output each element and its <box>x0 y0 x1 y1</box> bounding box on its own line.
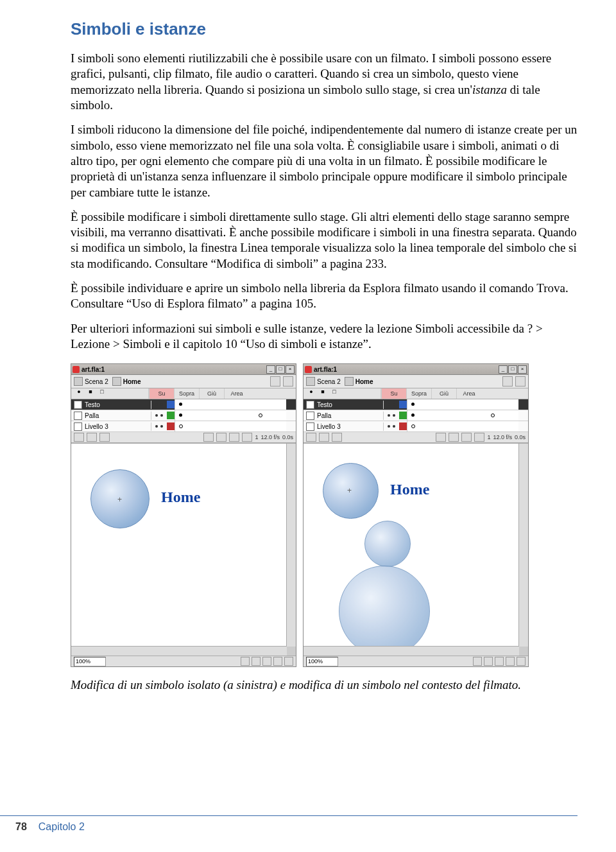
add-layer-button[interactable] <box>306 433 316 442</box>
flash-app-icon <box>73 366 80 373</box>
maximize-button[interactable]: □ <box>276 365 285 374</box>
layers-panel: Testo Palla <box>71 399 296 443</box>
add-folder-button[interactable] <box>87 433 97 442</box>
breadcrumb-bar: Scena 2 Home <box>71 375 296 388</box>
modify-markers-button[interactable] <box>474 433 484 442</box>
status-icon[interactable] <box>241 657 250 666</box>
delete-layer-button[interactable] <box>99 433 110 442</box>
frame-header: ● ■ □ Su Sopra Giù Area attiva <box>304 388 528 399</box>
onion-outline-button[interactable] <box>449 433 459 442</box>
breadcrumb-symbol[interactable]: Home <box>345 377 373 386</box>
section-heading: Simboli e istanze <box>71 19 578 39</box>
ball-instance[interactable] <box>339 566 430 656</box>
status-icon[interactable] <box>517 657 526 666</box>
layer-label: Livello 3 <box>85 423 108 430</box>
outline-icon[interactable]: □ <box>97 388 107 396</box>
outline-icon[interactable]: □ <box>329 388 339 396</box>
resize-corner[interactable] <box>287 647 296 656</box>
frame-tab-su[interactable]: Su <box>149 388 174 399</box>
breadcrumb-label: Home <box>123 378 141 385</box>
eye-icon[interactable]: ● <box>306 388 316 396</box>
resize-corner[interactable] <box>519 647 528 656</box>
stage-text-label[interactable]: Home <box>161 489 200 506</box>
edit-scene-button[interactable] <box>270 376 280 387</box>
lock-icon[interactable]: ■ <box>85 388 96 396</box>
minimize-button[interactable]: _ <box>266 365 275 374</box>
layer-icon <box>306 401 314 409</box>
layer-row[interactable]: Livello 3 <box>304 421 528 432</box>
scrollbar[interactable] <box>286 444 296 647</box>
layer-label: Palla <box>317 412 331 419</box>
breadcrumb-bar: Scena 2 Home <box>304 375 528 388</box>
titlebar: art.fla:1 _ □ × <box>304 364 528 375</box>
body-paragraph: È possibile individuare e aprire un simb… <box>71 281 578 312</box>
breadcrumb-label: Scena 2 <box>317 378 341 385</box>
stage-canvas[interactable]: + Home <box>304 443 528 656</box>
status-icon[interactable] <box>273 657 282 666</box>
status-icon[interactable] <box>495 657 504 666</box>
statusbar: 100% <box>71 656 296 666</box>
edit-scene-button[interactable] <box>502 376 513 387</box>
eye-icon[interactable]: ● <box>74 388 84 396</box>
symbol-icon <box>345 377 354 386</box>
frame-tab-su[interactable]: Su <box>381 388 406 399</box>
onion-skin-button[interactable] <box>203 433 214 442</box>
modify-markers-button[interactable] <box>242 433 252 442</box>
status-icon[interactable] <box>262 657 271 666</box>
stage-text-label[interactable]: Home <box>390 481 429 498</box>
breadcrumb-scene[interactable]: Scena 2 <box>306 377 341 386</box>
minimize-button[interactable]: _ <box>499 365 508 374</box>
delete-layer-button[interactable] <box>332 433 342 442</box>
status-icon[interactable] <box>506 657 515 666</box>
body-paragraph: I simboli sono elementi riutilizzabili c… <box>71 51 578 113</box>
frame-number: 1 <box>487 434 490 440</box>
frame-tab-area[interactable]: Area attiva <box>456 388 481 399</box>
layer-color <box>167 422 175 430</box>
layer-label: Livello 3 <box>317 423 341 430</box>
onion-skin-button[interactable] <box>436 433 446 442</box>
frame-tab-area[interactable]: Area attiva <box>224 388 249 399</box>
layer-row[interactable]: Palla <box>304 410 528 421</box>
layer-label: Testo <box>317 401 332 408</box>
onion-outline-button[interactable] <box>216 433 227 442</box>
layer-label: Testo <box>85 401 100 408</box>
frame-tab-sopra[interactable]: Sopra <box>174 388 199 399</box>
add-layer-button[interactable] <box>74 433 84 442</box>
layer-icon <box>306 412 314 420</box>
ball-instance[interactable] <box>364 521 411 567</box>
zoom-input[interactable]: 100% <box>306 657 338 666</box>
stage-canvas[interactable]: + Home <box>71 443 296 656</box>
scrollbar[interactable] <box>518 444 528 647</box>
flash-app-icon <box>305 366 312 373</box>
scrollbar[interactable] <box>304 646 519 656</box>
status-icon[interactable] <box>284 657 293 666</box>
status-icon[interactable] <box>252 657 261 666</box>
maximize-button[interactable]: □ <box>508 365 517 374</box>
breadcrumb-symbol[interactable]: Home <box>112 377 141 386</box>
status-icon[interactable] <box>484 657 493 666</box>
registration-point-icon: + <box>347 486 352 495</box>
fps-display: 12.0 f/s <box>493 434 512 440</box>
frame-tab-giu[interactable]: Giù <box>199 388 224 399</box>
layer-color <box>399 401 407 408</box>
close-button[interactable]: × <box>286 365 295 374</box>
layer-row[interactable]: Palla <box>71 410 296 421</box>
edit-symbol-button[interactable] <box>515 376 526 387</box>
breadcrumb-scene[interactable]: Scena 2 <box>74 377 108 386</box>
close-button[interactable]: × <box>518 365 527 374</box>
add-folder-button[interactable] <box>319 433 329 442</box>
time-display: 0.0s <box>282 434 293 440</box>
page-footer: 78 Capitolo 2 <box>0 815 578 833</box>
scrollbar[interactable] <box>71 646 287 656</box>
frame-tab-sopra[interactable]: Sopra <box>406 388 431 399</box>
frame-tab-giu[interactable]: Giù <box>431 388 456 399</box>
status-icon[interactable] <box>473 657 482 666</box>
zoom-input[interactable]: 100% <box>74 657 106 666</box>
layer-row[interactable]: Testo <box>304 399 528 410</box>
edit-symbol-button[interactable] <box>283 376 293 387</box>
layer-row[interactable]: Livello 3 <box>71 421 296 432</box>
edit-multiple-button[interactable] <box>461 433 472 442</box>
edit-multiple-button[interactable] <box>229 433 239 442</box>
lock-icon[interactable]: ■ <box>318 388 328 396</box>
layer-row[interactable]: Testo <box>71 399 296 410</box>
